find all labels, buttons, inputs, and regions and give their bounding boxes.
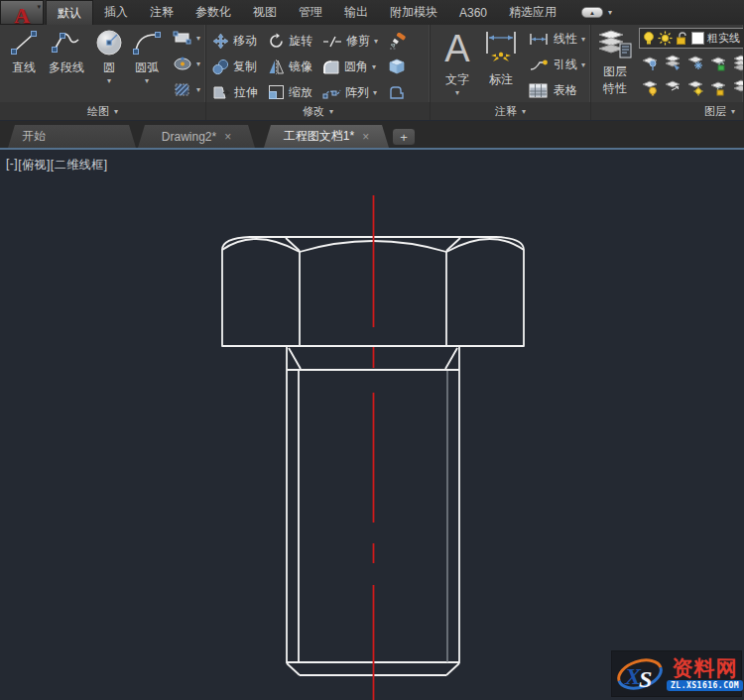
scale-button[interactable]: 缩放 (268, 84, 312, 101)
tab-parametric[interactable]: 参数化 (185, 0, 242, 25)
layer-selector-combo[interactable]: 粗实线 (639, 28, 744, 49)
tab-output[interactable]: 输出 (333, 0, 379, 25)
line-label: 直线 (12, 59, 36, 76)
offset-button[interactable] (388, 84, 408, 100)
ellipse-icon (173, 57, 192, 71)
layers-panel-title[interactable]: 图层 ▾ (591, 102, 743, 120)
fillet-icon (322, 59, 340, 74)
linear-dimension-button[interactable]: 线性 ▾ (528, 31, 585, 48)
arc-icon (132, 28, 162, 58)
ellipse-dropdown-icon[interactable]: ▾ (196, 59, 200, 68)
layer-walk-button[interactable] (730, 76, 744, 98)
rectangle-dropdown-icon[interactable]: ▾ (196, 34, 200, 43)
stretch-button[interactable]: 拉伸 (212, 84, 258, 101)
tab-addins[interactable]: 附加模块 (379, 0, 448, 25)
close-icon[interactable]: × (224, 130, 231, 144)
rectangle-button[interactable]: ▾ (173, 31, 200, 46)
arc-dropdown-icon[interactable]: ▾ (145, 77, 149, 85)
ribbon-tab-bar: A ▾ 默认 插入 注释 参数化 视图 管理 输出 附加模块 A360 精选应用… (0, 0, 744, 25)
layer-change-button[interactable] (662, 76, 682, 98)
layer-make-current-button[interactable] (662, 52, 682, 73)
tab-manage[interactable]: 管理 (288, 0, 333, 25)
layer-unlock-icon (676, 31, 688, 46)
layer-isolate-button[interactable] (639, 52, 660, 73)
layer-unlock-all-button[interactable] (707, 76, 728, 98)
copy-icon (212, 58, 229, 75)
dimension-button[interactable]: 标注 (478, 28, 524, 102)
circle-dropdown-icon[interactable]: ▾ (107, 77, 111, 85)
draw-panel-title[interactable]: 绘图 ▾ (0, 102, 205, 120)
tab-insert[interactable]: 插入 (93, 0, 139, 25)
dimension-label: 标注 (489, 71, 513, 88)
new-drawing-button[interactable]: + (392, 128, 416, 146)
layer-properties-label-1: 图层 (603, 63, 627, 80)
ellipse-button[interactable]: ▾ (173, 57, 200, 71)
file-tab-active-doc[interactable]: 工程图文档1* × (264, 125, 389, 148)
linear-dimension-icon (528, 33, 550, 46)
dimension-icon (481, 28, 521, 69)
ribbon-collapse-control: ▲ ▾ (581, 0, 612, 25)
rotate-button[interactable]: 旋转 (268, 33, 312, 50)
modify-panel-title[interactable]: 修改 ▾ (206, 102, 430, 120)
annotate-panel-expand-icon: ▾ (522, 107, 526, 116)
text-icon: A (439, 28, 475, 69)
text-dropdown-icon[interactable]: ▾ (455, 89, 459, 97)
arc-button[interactable]: 圆弧 ▾ (127, 28, 167, 102)
text-button[interactable]: A 文字 ▾ (436, 28, 478, 102)
panel-modify: 移动 旋转 (206, 25, 431, 120)
layer-match-button[interactable] (730, 52, 744, 73)
leader-button[interactable]: 引线 ▾ (528, 57, 585, 73)
hatch-dropdown-icon[interactable]: ▾ (196, 85, 200, 94)
hatch-icon (173, 81, 192, 98)
array-dropdown-icon[interactable]: ▾ (373, 88, 377, 97)
tab-featured-apps[interactable]: 精选应用 (498, 0, 567, 25)
line-button[interactable]: 直线 (6, 28, 42, 102)
erase-button[interactable] (388, 33, 408, 50)
layer-thaw-all-button[interactable] (684, 76, 705, 98)
linear-dropdown-icon[interactable]: ▾ (581, 35, 585, 44)
autocad-window: A ▾ 默认 插入 注释 参数化 视图 管理 输出 附加模块 A360 精选应用… (0, 0, 744, 700)
scale-label: 缩放 (289, 84, 312, 101)
rotate-label: 旋转 (289, 33, 312, 50)
ribbon: 直线 多段线 (0, 25, 744, 120)
layers-panel-expand-icon: ▾ (731, 107, 735, 116)
ribbon-collapse-caret-icon[interactable]: ▾ (608, 8, 612, 17)
layer-properties-button[interactable]: 图层 特性 (597, 28, 633, 102)
layer-freeze-button[interactable] (684, 52, 705, 73)
tab-a360[interactable]: A360 (448, 0, 498, 25)
polyline-button[interactable]: 多段线 (42, 28, 91, 102)
panel-annotate: A 文字 ▾ (431, 25, 591, 120)
table-button[interactable]: 表格 (528, 82, 585, 99)
tab-annotate[interactable]: 注释 (139, 0, 185, 25)
file-tab-start[interactable]: 开始 (8, 125, 136, 148)
hatch-button[interactable]: ▾ (173, 81, 200, 98)
erase-icon (388, 33, 408, 50)
ribbon-collapse-button[interactable]: ▲ (581, 7, 603, 18)
leader-dropdown-icon[interactable]: ▾ (581, 60, 585, 69)
close-icon[interactable]: × (362, 130, 369, 144)
fillet-button[interactable]: 圆角 ▾ (322, 58, 378, 75)
file-tab-bar: 开始 Drawing2* × 工程图文档1* × + (0, 121, 744, 150)
annotate-panel-title-label: 注释 (495, 104, 517, 119)
tab-view[interactable]: 视图 (242, 0, 288, 25)
file-tab-drawing2[interactable]: Drawing2* × (138, 125, 255, 148)
trim-button[interactable]: 修剪 ▾ (322, 33, 378, 50)
leader-icon (528, 58, 550, 71)
fillet-dropdown-icon[interactable]: ▾ (372, 62, 376, 71)
explode-button[interactable] (388, 58, 408, 74)
application-menu-button[interactable]: A ▾ (0, 0, 44, 25)
copy-label: 复制 (233, 58, 257, 75)
trim-dropdown-icon[interactable]: ▾ (374, 37, 378, 46)
copy-button[interactable]: 复制 (212, 58, 258, 75)
leader-label: 引线 (554, 57, 577, 73)
array-button[interactable]: 阵列 ▾ (322, 84, 378, 101)
move-button[interactable]: 移动 (212, 33, 258, 50)
tab-default[interactable]: 默认 (46, 0, 93, 25)
layer-lock-button[interactable] (707, 52, 728, 73)
layer-on-off-button[interactable] (639, 76, 660, 98)
model-space-canvas[interactable]: [-] [俯视] [二维线框] X S 资料网 ZL.XS1616.COM (0, 150, 744, 700)
layer-tools (639, 52, 744, 99)
circle-button[interactable]: 圆 ▾ (91, 28, 127, 102)
annotate-panel-title[interactable]: 注释 ▾ (431, 102, 590, 120)
mirror-button[interactable]: 镜像 (268, 58, 312, 75)
